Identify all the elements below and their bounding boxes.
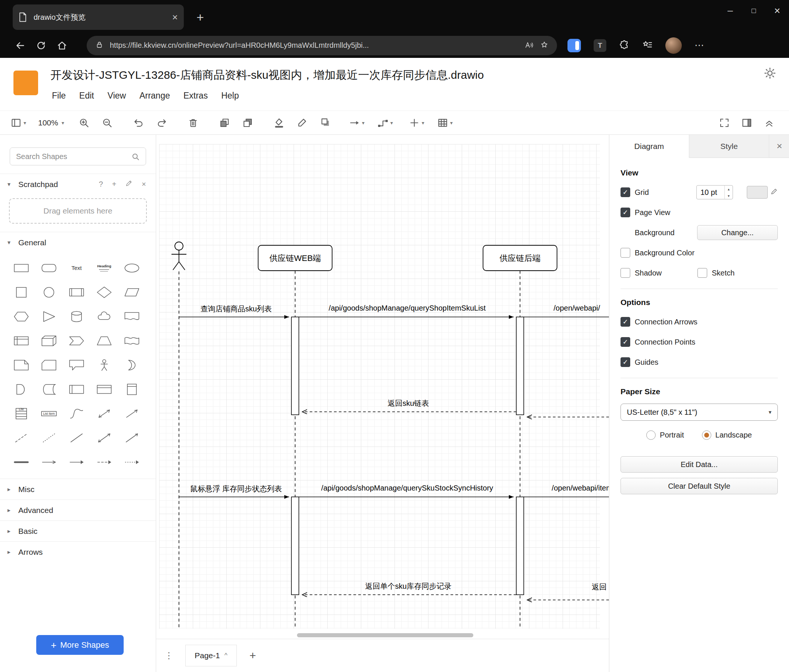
shape-arrow[interactable]: [118, 401, 146, 425]
refresh-icon[interactable]: [30, 35, 51, 56]
home-icon[interactable]: [51, 35, 72, 56]
menu-extras[interactable]: Extras: [184, 91, 208, 101]
horizontal-scrollbar[interactable]: [297, 633, 473, 637]
connection-arrows-checkbox[interactable]: [621, 317, 630, 326]
shape-parallelogram[interactable]: [118, 280, 146, 304]
shape-dotted-arrow[interactable]: [118, 450, 146, 474]
shape-ellipse[interactable]: [118, 256, 146, 280]
paper-size-select[interactable]: US-Letter (8,5" x 11") ▾: [621, 404, 778, 421]
spin-up-icon[interactable]: ▴: [725, 186, 733, 192]
scratchpad-help-icon[interactable]: ?: [99, 180, 103, 188]
profile-avatar[interactable]: [665, 37, 682, 54]
background-color-checkbox[interactable]: [621, 248, 630, 258]
minimize-button[interactable]: ─: [719, 0, 742, 22]
shape-dashed-arrow[interactable]: [90, 450, 118, 474]
table-button[interactable]: ▾: [436, 114, 454, 132]
collapse-toolbar-button[interactable]: [760, 114, 778, 132]
landscape-radio[interactable]: [702, 430, 711, 440]
shape-internal-storage[interactable]: [8, 328, 35, 353]
sidebar-section-arrows[interactable]: ▸ Arrows: [0, 541, 156, 562]
add-favorite-star-icon[interactable]: [540, 40, 549, 51]
menu-file[interactable]: File: [52, 91, 66, 101]
clear-default-style-button[interactable]: Clear Default Style: [621, 478, 778, 494]
pages-menu-icon[interactable]: ⋮: [161, 650, 176, 661]
shape-container[interactable]: [63, 377, 90, 401]
fullscreen-button[interactable]: [716, 114, 733, 132]
address-url-field[interactable]: https://file.kkview.cn/onlinePreview?url…: [87, 36, 557, 55]
sidebar-section-misc[interactable]: ▸ Misc: [0, 479, 156, 500]
portrait-radio[interactable]: [646, 430, 656, 440]
new-tab-button[interactable]: +: [191, 8, 209, 26]
shape-data-storage[interactable]: [35, 377, 63, 401]
scratchpad-section-header[interactable]: ▾ Scratchpad ? + ×: [0, 174, 156, 194]
shape-callout[interactable]: [63, 353, 90, 377]
shape-document[interactable]: [118, 304, 146, 328]
shape-heading[interactable]: Heading: [90, 256, 118, 280]
shape-actor[interactable]: [90, 353, 118, 377]
shape-step[interactable]: [63, 328, 90, 353]
sketch-checkbox[interactable]: [698, 268, 707, 278]
background-change-button[interactable]: Change...: [697, 225, 778, 240]
menu-arrange[interactable]: Arrange: [139, 91, 170, 101]
shape-line[interactable]: [63, 425, 90, 450]
redo-button[interactable]: [153, 114, 170, 132]
close-window-button[interactable]: ×: [765, 0, 789, 22]
menu-help[interactable]: Help: [221, 91, 239, 101]
shape-list-item[interactable]: List Item: [35, 401, 63, 425]
delete-button[interactable]: [185, 114, 202, 132]
shape-card[interactable]: [35, 353, 63, 377]
shape-trapezoid[interactable]: [90, 328, 118, 353]
shape-frame[interactable]: [90, 377, 118, 401]
shape-directional-connector[interactable]: [118, 425, 146, 450]
shape-rounded-rectangle[interactable]: [35, 256, 63, 280]
shape-diamond[interactable]: [90, 280, 118, 304]
extension-t-icon[interactable]: T: [594, 39, 606, 52]
sidebar-section-general[interactable]: ▾ General: [0, 232, 156, 253]
shape-cylinder[interactable]: [63, 304, 90, 328]
shape-square[interactable]: [8, 280, 35, 304]
shape-thin-arrow[interactable]: [35, 450, 63, 474]
waypoint-style-button[interactable]: ▾: [377, 114, 394, 132]
grid-color-swatch[interactable]: [747, 186, 768, 199]
shape-triangle[interactable]: [35, 304, 63, 328]
guides-checkbox[interactable]: [621, 357, 630, 367]
shape-link[interactable]: [8, 450, 35, 474]
search-shapes-input[interactable]: [10, 148, 146, 166]
connection-style-button[interactable]: ▾: [348, 114, 365, 132]
shape-cube[interactable]: [35, 328, 63, 353]
read-aloud-icon[interactable]: [524, 40, 534, 51]
back-icon[interactable]: [10, 35, 30, 56]
browser-menu-icon[interactable]: ⋯: [695, 40, 705, 51]
maximize-button[interactable]: □: [742, 0, 765, 22]
insert-button[interactable]: ▾: [408, 114, 425, 132]
return-arrows[interactable]: [302, 412, 609, 600]
to-back-button[interactable]: [239, 114, 256, 132]
shadow-button[interactable]: [317, 114, 334, 132]
tab-diagram[interactable]: Diagram: [609, 135, 689, 158]
shape-text[interactable]: Text: [63, 256, 90, 280]
theme-toggle-sun-icon[interactable]: [763, 67, 776, 81]
spin-down-icon[interactable]: ▾: [725, 192, 733, 199]
zoom-out-button[interactable]: [99, 114, 116, 132]
shape-block-arrow[interactable]: [63, 450, 90, 474]
sidebar-section-advanced[interactable]: ▸ Advanced: [0, 500, 156, 521]
shape-list[interactable]: List: [8, 401, 35, 425]
scratchpad-dropzone[interactable]: Drag elements here: [9, 198, 147, 224]
shape-dotted-line[interactable]: [35, 425, 63, 450]
shape-note[interactable]: [8, 353, 35, 377]
actor-figure[interactable]: [171, 242, 187, 270]
connection-points-checkbox[interactable]: [621, 337, 630, 347]
format-close-icon[interactable]: ×: [770, 135, 789, 158]
shape-tape[interactable]: [118, 328, 146, 353]
to-front-button[interactable]: [216, 114, 233, 132]
page-tab[interactable]: Page-1 ^: [185, 645, 237, 666]
tab-style[interactable]: Style: [689, 135, 769, 158]
grid-checkbox[interactable]: [621, 188, 630, 197]
shape-and[interactable]: [8, 377, 35, 401]
view-toggle-button[interactable]: ▾: [10, 114, 27, 132]
sidebar-section-basic[interactable]: ▸ Basic: [0, 521, 156, 541]
shape-process[interactable]: [63, 280, 90, 304]
format-panel-toggle-button[interactable]: [738, 114, 755, 132]
grid-size-stepper[interactable]: 10 pt ▴ ▾: [696, 185, 733, 199]
zoom-in-button[interactable]: [75, 114, 93, 132]
